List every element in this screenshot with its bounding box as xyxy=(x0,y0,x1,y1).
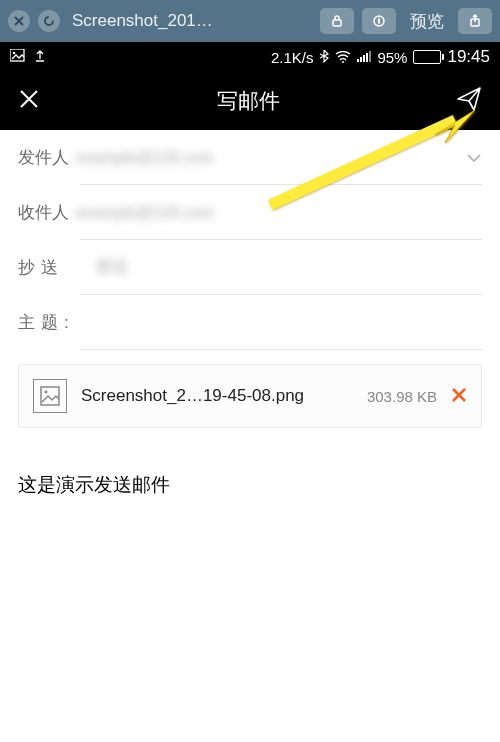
svg-rect-10 xyxy=(366,53,368,62)
refresh-icon[interactable] xyxy=(38,10,60,32)
sender-label: 发件人 xyxy=(18,146,76,169)
svg-point-6 xyxy=(342,61,344,63)
clock: 19:45 xyxy=(447,47,490,67)
page-title: 写邮件 xyxy=(217,87,280,115)
attachment-thumb-icon xyxy=(33,379,67,413)
upload-icon xyxy=(34,49,46,66)
image-icon xyxy=(10,49,26,66)
svg-rect-7 xyxy=(357,59,359,62)
browser-top-bar: Screenshot_201… 预览 xyxy=(0,0,500,42)
subject-row[interactable]: 主题: xyxy=(0,295,500,350)
sender-row[interactable]: 发件人 example@126.com xyxy=(0,130,500,185)
subject-label: 主题: xyxy=(18,311,96,334)
cc-label: 抄送 xyxy=(18,256,96,279)
share-icon[interactable] xyxy=(458,8,492,34)
cc-value: 密送 xyxy=(96,257,482,278)
svg-rect-8 xyxy=(360,57,362,62)
attachment-filesize: 303.98 KB xyxy=(367,388,437,405)
android-status-bar: 2.1K/s 95% 19:45 xyxy=(0,42,500,72)
compose-form: 发件人 example@126.com 收件人 example@126.com … xyxy=(0,130,500,528)
attachment-filename: Screenshot_2…19-45-08.png xyxy=(81,386,353,406)
compose-header: 写邮件 xyxy=(0,72,500,130)
recipient-value: example@126.com xyxy=(76,204,482,222)
close-button[interactable] xyxy=(18,86,40,117)
recipient-label: 收件人 xyxy=(18,201,76,224)
remove-attachment-icon[interactable] xyxy=(451,385,467,408)
sender-value: example@126.com xyxy=(76,149,466,167)
signal-icon xyxy=(357,49,371,66)
svg-point-0 xyxy=(45,17,53,25)
svg-point-13 xyxy=(45,391,48,394)
battery-icon xyxy=(413,50,441,64)
cc-row[interactable]: 抄送 密送 xyxy=(0,240,500,295)
battery-percent: 95% xyxy=(377,49,407,66)
recipient-row[interactable]: 收件人 example@126.com xyxy=(0,185,500,240)
svg-rect-9 xyxy=(363,55,365,62)
browser-tab-title: Screenshot_201… xyxy=(68,11,312,31)
attachment-chip[interactable]: Screenshot_2…19-45-08.png 303.98 KB xyxy=(18,364,482,428)
lock-icon[interactable] xyxy=(320,8,354,34)
wifi-icon xyxy=(335,49,351,66)
network-speed: 2.1K/s xyxy=(271,49,314,66)
email-body[interactable]: 这是演示发送邮件 xyxy=(0,442,500,528)
svg-rect-1 xyxy=(333,20,341,26)
chevron-down-icon[interactable] xyxy=(466,148,482,168)
shield-icon[interactable] xyxy=(362,8,396,34)
close-tab-icon[interactable] xyxy=(8,10,30,32)
preview-button[interactable]: 预览 xyxy=(410,10,444,33)
bluetooth-icon xyxy=(319,49,329,66)
svg-point-5 xyxy=(13,51,16,54)
send-button[interactable] xyxy=(456,86,482,116)
svg-rect-11 xyxy=(369,51,371,62)
